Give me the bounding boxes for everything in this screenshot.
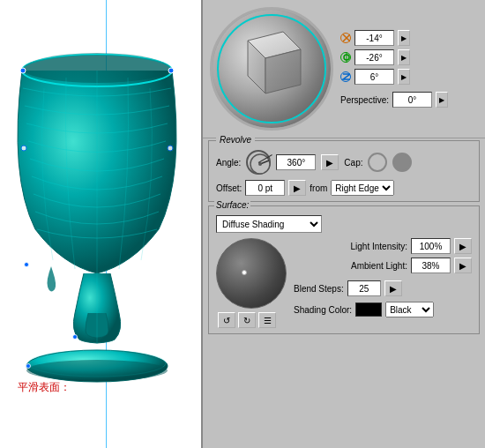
angle-input[interactable] <box>276 154 316 170</box>
z-axis-icon <box>340 71 351 82</box>
x-axis-arrow[interactable]: ▶ <box>398 30 410 46</box>
sphere-rotate-right-btn[interactable]: ↻ <box>238 312 256 328</box>
y-axis-row: ▶ <box>340 49 448 65</box>
offset-row: Offset: ▶ from Right Edge Left Edge <box>216 180 472 196</box>
cap-open-btn[interactable] <box>368 153 387 172</box>
x-axis-row: ▶ <box>340 30 448 46</box>
surface-section: Surface: Diffuse Shading No Shading Plas… <box>208 205 480 334</box>
x-axis-input[interactable] <box>354 30 394 46</box>
shading-color-swatch[interactable] <box>355 302 382 317</box>
sphere-light-dot <box>242 270 247 275</box>
svg-point-11 <box>73 335 78 340</box>
svg-point-20 <box>258 162 262 166</box>
ambient-light-arrow[interactable]: ▶ <box>454 258 472 273</box>
preview-section: ▶ ▶ ▶ Perspective: ▶ <box>203 0 485 138</box>
sphere-options-btn[interactable]: ☰ <box>258 312 276 328</box>
goblet-svg <box>0 0 203 423</box>
from-dropdown[interactable]: Right Edge Left Edge <box>331 180 394 196</box>
shading-color-row: Shading Color: Black White Custom <box>294 302 472 317</box>
3d-preview-sphere[interactable] <box>210 7 333 131</box>
surface-right-controls: Light Intensity: ▶ Ambient Light: ▶ Blen… <box>294 238 472 328</box>
surface-dropdown[interactable]: Diffuse Shading No Shading Plastic Shadi… <box>216 215 322 233</box>
light-intensity-arrow[interactable]: ▶ <box>454 238 472 254</box>
perspective-label: Perspective: <box>340 95 389 105</box>
svg-point-7 <box>168 68 174 73</box>
svg-point-9 <box>168 146 173 151</box>
sphere-preview-container: ↺ ↻ ☰ <box>216 238 287 328</box>
cube-svg <box>217 14 332 129</box>
offset-input[interactable] <box>245 180 285 196</box>
shading-color-label: Shading Color: <box>294 305 352 315</box>
angle-arrow-btn[interactable]: ▶ <box>321 154 339 170</box>
blend-steps-row: Blend Steps: ▶ <box>294 280 472 296</box>
perspective-row: Perspective: ▶ <box>340 92 448 108</box>
svg-point-5 <box>26 360 168 381</box>
ambient-light-label: Ambient Light: <box>351 261 407 271</box>
surface-content: ↺ ↻ ☰ Light Intensity: ▶ Ambient Light: … <box>216 238 472 328</box>
blend-steps-label: Blend Steps: <box>294 284 344 294</box>
perspective-input[interactable] <box>392 92 432 108</box>
canvas-area: 平滑表面： <box>0 0 203 448</box>
cap-label: Cap: <box>344 158 362 168</box>
sphere-rotate-left-btn[interactable]: ↺ <box>218 312 235 328</box>
surface-dropdown-row: Diffuse Shading No Shading Plastic Shadi… <box>216 215 472 233</box>
y-axis-arrow[interactable]: ▶ <box>398 49 410 65</box>
blend-steps-input[interactable] <box>347 280 381 296</box>
revolve-title: Revolve <box>216 135 255 145</box>
cap-filled-btn[interactable] <box>392 153 412 172</box>
sphere-controls: ↺ ↻ ☰ <box>216 312 287 328</box>
y-axis-input[interactable] <box>354 49 394 65</box>
ambient-light-input[interactable] <box>411 258 451 273</box>
light-intensity-input[interactable] <box>411 238 451 254</box>
canvas-label: 平滑表面： <box>18 380 71 395</box>
z-axis-input[interactable] <box>354 69 394 85</box>
offset-label: Offset: <box>216 183 242 193</box>
ambient-light-row: Ambient Light: ▶ <box>294 258 472 273</box>
svg-point-6 <box>20 68 26 73</box>
light-intensity-label: Light Intensity: <box>351 242 407 251</box>
z-axis-row: ▶ <box>340 69 448 85</box>
revolve-section: Revolve Angle: ▶ Cap: Offset: ▶ from <box>208 140 480 202</box>
axis-controls: ▶ ▶ ▶ Perspective: ▶ <box>340 30 448 108</box>
revolve-circle[interactable] <box>246 150 271 175</box>
revolve-angle-row: Angle: ▶ Cap: <box>216 150 472 175</box>
from-label: from <box>310 183 327 193</box>
z-axis-arrow[interactable]: ▶ <box>398 69 410 85</box>
svg-point-12 <box>26 364 31 369</box>
surface-title: Surface: <box>214 200 250 210</box>
light-intensity-row: Light Intensity: ▶ <box>294 238 472 254</box>
svg-point-10 <box>25 263 29 267</box>
perspective-arrow[interactable]: ▶ <box>436 92 448 108</box>
offset-arrow-btn[interactable]: ▶ <box>288 180 306 196</box>
y-axis-icon <box>340 52 351 63</box>
blend-steps-arrow[interactable]: ▶ <box>384 280 402 296</box>
right-panel: ▶ ▶ ▶ Perspective: ▶ <box>203 0 485 448</box>
shading-color-dropdown[interactable]: Black White Custom <box>385 302 434 317</box>
svg-point-8 <box>21 146 26 151</box>
angle-label: Angle: <box>216 158 241 168</box>
x-axis-icon <box>340 33 351 43</box>
canvas-background: 平滑表面： <box>0 0 201 448</box>
surface-sphere-preview <box>216 238 287 309</box>
